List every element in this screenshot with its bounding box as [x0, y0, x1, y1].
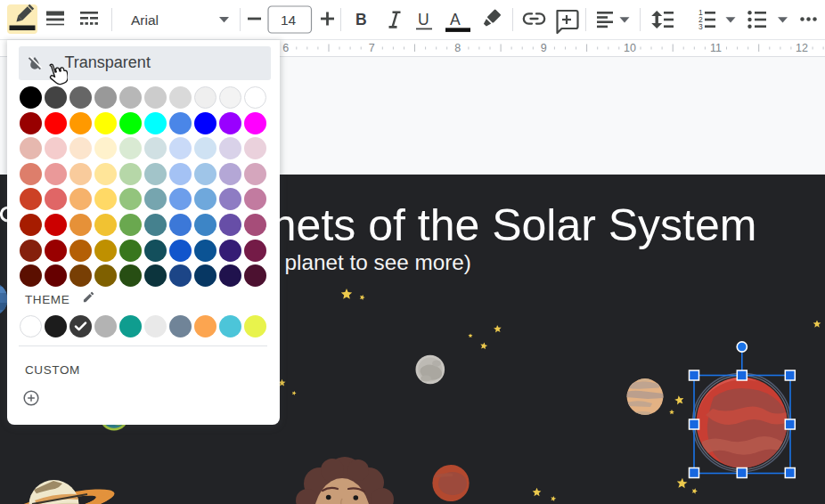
- svg-text:8: 8: [454, 42, 461, 54]
- svg-text:9: 9: [541, 42, 547, 54]
- svg-text:6: 6: [282, 42, 289, 54]
- svg-text:10: 10: [624, 42, 636, 54]
- svg-text:3: 3: [698, 22, 703, 31]
- svg-text:7: 7: [369, 42, 375, 54]
- svg-text:11: 11: [710, 42, 722, 54]
- svg-text:12: 12: [796, 42, 808, 54]
